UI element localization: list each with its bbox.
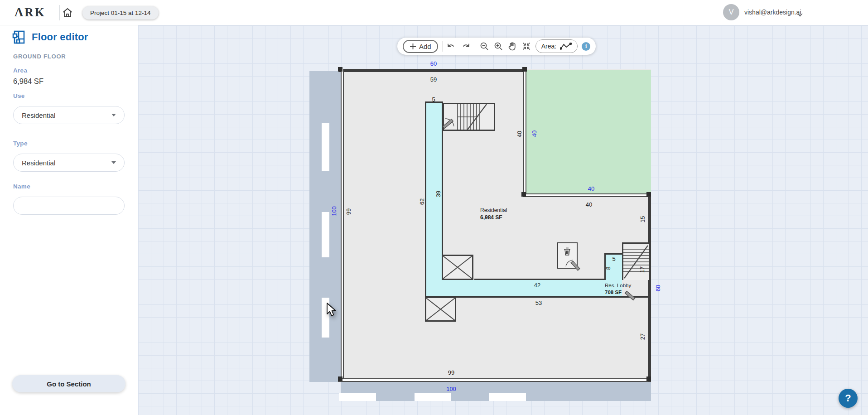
area-tool-button[interactable]: Area: (535, 39, 578, 53)
top-bar: ΛRK Project 01-15 at 12-14 V vishal@arkd… (0, 0, 868, 25)
user-email: vishal@arkdesign.ai (744, 9, 801, 16)
fit-to-screen-icon[interactable] (521, 41, 531, 51)
stairs-east[interactable] (622, 242, 649, 280)
dimension-label: 39 (435, 191, 442, 197)
wall-corner (646, 376, 651, 381)
yard-area[interactable] (525, 70, 651, 196)
dimension-label: 60 (430, 60, 437, 67)
sidebar-divider (0, 355, 138, 355)
wall-corner (338, 67, 342, 72)
ark-logo[interactable]: ΛRK (14, 5, 46, 19)
elevator-shaft[interactable] (425, 297, 456, 322)
wall-west (341, 69, 344, 382)
dimension-label: 40 (588, 185, 594, 192)
street-stripe (415, 393, 451, 401)
zoom-out-icon[interactable] (479, 41, 489, 51)
plus-icon (410, 43, 416, 50)
wall-south (338, 378, 651, 382)
residential-room-label: Residential6,984 SF (480, 207, 507, 221)
floor-name-label: GROUND FLOOR (13, 53, 66, 60)
wall (474, 279, 606, 280)
yard-wall-south (523, 193, 651, 197)
add-button[interactable]: Add (403, 40, 438, 53)
wall-north (339, 69, 526, 72)
area-label: Area (13, 67, 27, 74)
go-to-section-button[interactable]: Go to Section (12, 375, 125, 392)
dimension-label: 40 (531, 130, 538, 137)
street-stripe (322, 123, 329, 171)
wall-east (648, 193, 651, 382)
dimension-label: 42 (534, 282, 540, 289)
home-icon[interactable] (62, 7, 73, 19)
wall-corner (646, 192, 651, 197)
floor-editor-panel: Floor editor GROUND FLOOR Area 6,984 SF … (0, 25, 138, 415)
chevron-down-icon (111, 161, 116, 164)
wall (604, 253, 623, 255)
mouse-cursor (326, 303, 338, 320)
corridor-horizontal[interactable] (442, 280, 622, 296)
zoom-in-icon[interactable] (493, 41, 503, 51)
lobby-room-label: Res. Lobby708 SF (605, 282, 631, 296)
editor-toolbar: Add (397, 38, 596, 55)
dimension-label: 100 (446, 386, 456, 392)
undo-icon[interactable] (447, 41, 457, 51)
wall-corner (522, 67, 527, 72)
type-select-value: Residential (22, 159, 55, 167)
help-button[interactable]: ? (839, 389, 858, 408)
dimension-label: 17 (639, 266, 646, 273)
polyline-icon (560, 43, 572, 50)
wall-corner (521, 192, 526, 197)
type-label: Type (13, 140, 28, 147)
dimension-label: 40 (516, 131, 523, 137)
name-label: Name (13, 183, 30, 190)
chevron-down-icon[interactable] (797, 10, 803, 19)
redo-icon[interactable] (461, 41, 471, 51)
use-label: Use (13, 92, 25, 99)
corridor-vertical[interactable] (426, 103, 442, 296)
wall (425, 296, 651, 298)
use-select[interactable]: Residential (13, 106, 125, 124)
yard-wall-west (523, 70, 526, 196)
street-stripe (489, 393, 526, 401)
dimension-label: 27 (639, 333, 646, 340)
dimension-label: 99 (448, 369, 454, 376)
use-select-value: Residential (22, 111, 55, 119)
type-select[interactable]: Residential (13, 154, 125, 172)
dimension-label: 62 (419, 198, 425, 205)
dimension-label: 53 (535, 299, 542, 306)
stairs-north[interactable] (443, 103, 495, 131)
floor-plan-canvas[interactable]: Residential6,984 SF Res. Lobby708 SF 605… (138, 25, 868, 415)
avatar[interactable]: V (723, 4, 739, 20)
floor-editor-icon (12, 30, 26, 46)
toolbar-divider (442, 41, 443, 52)
info-icon[interactable]: i (582, 42, 590, 51)
page-title: Floor editor (32, 31, 88, 43)
elevator-shaft[interactable] (442, 255, 473, 280)
pan-hand-icon[interactable] (507, 41, 517, 51)
chevron-down-icon (111, 114, 116, 116)
project-breadcrumb-pill[interactable]: Project 01-15 at 12-14 (82, 6, 159, 19)
name-input[interactable] (13, 197, 125, 215)
dimension-label: 59 (430, 76, 437, 83)
street-stripe (339, 393, 376, 401)
toolbar-divider (475, 41, 475, 52)
dimension-label: 8 (605, 266, 612, 270)
dimension-label: 100 (331, 206, 338, 216)
dimension-label: 5 (612, 256, 615, 262)
wall-corner (338, 376, 342, 381)
street-stripe (322, 212, 329, 257)
topbar-divider (59, 5, 60, 20)
dimension-label: 40 (586, 201, 592, 208)
dimension-label: 5 (432, 96, 435, 103)
dimension-label: 99 (345, 208, 352, 215)
dimension-label: 60 (655, 285, 661, 291)
area-value: 6,984 SF (13, 77, 43, 86)
dimension-label: 15 (639, 216, 646, 222)
